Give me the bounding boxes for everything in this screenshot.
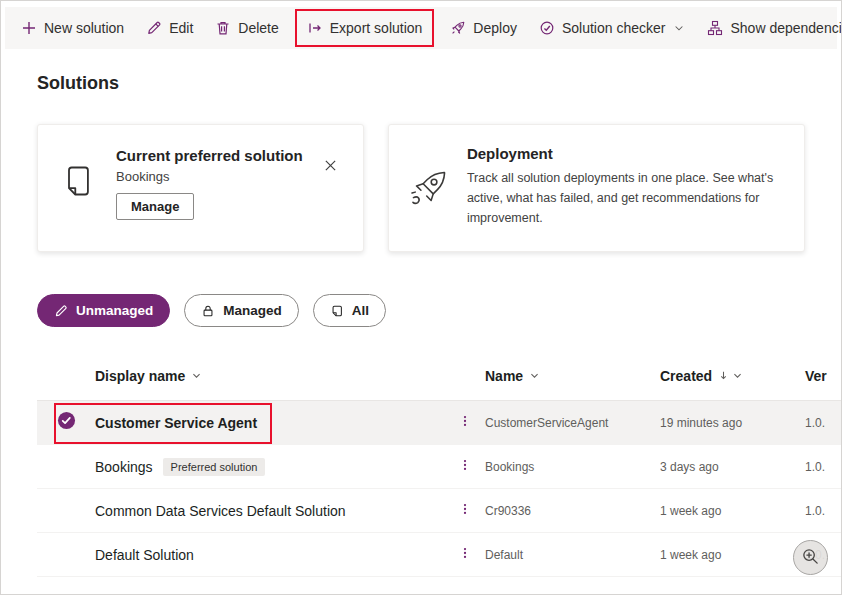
pencil-icon	[54, 304, 68, 318]
filter-managed-label: Managed	[223, 303, 282, 318]
solution-name: Bookings	[485, 460, 660, 474]
table-row[interactable]: Customer Service Agent CustomerServiceAg…	[37, 401, 842, 445]
solution-display-name: Customer Service Agent	[95, 415, 445, 431]
solutions-table: Display name Name Created	[37, 351, 842, 577]
solution-version: 1.0.	[805, 460, 842, 474]
preferred-card-title: Current preferred solution	[116, 147, 303, 164]
deployment-card-description: Track all solution deployments in one pl…	[467, 168, 786, 228]
zoom-button[interactable]	[793, 540, 828, 575]
preferred-card-body: Current preferred solution Bookings Mana…	[116, 147, 303, 229]
filter-unmanaged-label: Unmanaged	[76, 303, 153, 318]
table-row[interactable]: Bookings Preferred solution Bookings 3 d…	[37, 445, 842, 489]
delete-button[interactable]: Delete	[205, 11, 288, 45]
trash-icon	[215, 20, 231, 36]
table-header-row: Display name Name Created	[37, 351, 842, 401]
preferred-solution-badge: Preferred solution	[163, 458, 266, 476]
deploy-button[interactable]: Deploy	[440, 11, 527, 45]
more-actions-button[interactable]	[445, 458, 485, 476]
filter-managed[interactable]: Managed	[184, 294, 299, 327]
deployment-card: Deployment Track all solution deployment…	[388, 124, 805, 252]
edit-label: Edit	[169, 20, 193, 36]
export-solution-label: Export solution	[330, 20, 423, 36]
chevron-down-icon	[529, 370, 540, 381]
column-header-created[interactable]: Created	[660, 368, 805, 384]
table-row[interactable]: Common Data Services Default Solution Cr…	[37, 489, 842, 533]
chevron-down-icon	[673, 22, 685, 34]
solution-display-name: Common Data Services Default Solution	[95, 503, 445, 519]
new-solution-label: New solution	[44, 20, 124, 36]
more-vertical-icon	[458, 546, 472, 564]
close-card-button[interactable]	[322, 157, 339, 177]
more-actions-button[interactable]	[445, 546, 485, 564]
delete-label: Delete	[238, 20, 278, 36]
export-annotation-box: Export solution	[295, 9, 435, 47]
column-header-version[interactable]: Ver	[805, 368, 842, 384]
solution-checker-label: Solution checker	[562, 20, 666, 36]
filter-unmanaged[interactable]: Unmanaged	[37, 294, 170, 327]
sort-descending-icon	[718, 368, 729, 384]
solution-checker-button[interactable]: Solution checker	[529, 11, 696, 45]
solution-checker-icon	[539, 20, 555, 36]
preferred-solution-name: Bookings	[116, 169, 303, 184]
close-icon	[324, 159, 337, 175]
filter-all-label: All	[352, 303, 369, 318]
row-selected-indicator[interactable]	[37, 411, 95, 434]
solution-version: 1.0.	[805, 504, 842, 518]
solution-icon	[60, 163, 96, 229]
page-title: Solutions	[37, 73, 841, 94]
new-solution-button[interactable]: New solution	[11, 11, 134, 45]
filter-all[interactable]: All	[313, 294, 386, 327]
export-icon	[307, 20, 323, 36]
edit-button[interactable]: Edit	[136, 11, 203, 45]
more-actions-button[interactable]	[445, 502, 485, 520]
solutions-icon	[330, 304, 344, 318]
rocket-illustration-icon	[407, 166, 451, 210]
manage-button[interactable]: Manage	[116, 193, 194, 220]
plus-icon	[21, 20, 37, 36]
show-dependencies-button[interactable]: Show dependencies	[697, 11, 842, 45]
info-cards: Current preferred solution Bookings Mana…	[37, 124, 805, 252]
solution-created: 1 week ago	[660, 548, 805, 562]
more-vertical-icon	[458, 502, 472, 520]
chevron-down-icon	[732, 368, 743, 384]
pencil-icon	[146, 20, 162, 36]
solution-display-name: Bookings Preferred solution	[95, 458, 445, 476]
show-dependencies-label: Show dependencies	[730, 20, 842, 36]
solution-filters: Unmanaged Managed All	[37, 294, 841, 327]
column-header-display-name[interactable]: Display name	[95, 368, 445, 384]
column-header-name[interactable]: Name	[485, 368, 660, 384]
deployment-card-body: Deployment Track all solution deployment…	[467, 145, 786, 231]
solution-created: 3 days ago	[660, 460, 805, 474]
deploy-label: Deploy	[473, 20, 517, 36]
chevron-down-icon	[191, 370, 202, 381]
table-row[interactable]: Default Solution Default 1 week ago 1.0.	[37, 533, 842, 577]
solutions-page: New solution Edit Delete Export solution	[0, 0, 842, 595]
check-circle-icon	[57, 411, 76, 434]
solution-name: Default	[485, 548, 660, 562]
more-actions-button[interactable]	[445, 414, 485, 432]
solution-created: 19 minutes ago	[660, 416, 805, 430]
lock-icon	[201, 304, 215, 318]
solution-name: CustomerServiceAgent	[485, 416, 660, 430]
solution-name: Cr90336	[485, 504, 660, 518]
rocket-icon	[450, 20, 466, 36]
preferred-solution-card: Current preferred solution Bookings Mana…	[37, 124, 364, 252]
solution-display-name: Default Solution	[95, 547, 445, 563]
dependencies-icon	[707, 20, 723, 36]
more-vertical-icon	[458, 458, 472, 476]
solution-version: 1.0.	[805, 416, 842, 430]
export-solution-button[interactable]: Export solution	[297, 11, 433, 45]
deployment-card-title: Deployment	[467, 145, 786, 162]
magnifier-icon	[801, 547, 820, 569]
command-bar: New solution Edit Delete Export solution	[5, 7, 837, 49]
solution-created: 1 week ago	[660, 504, 805, 518]
more-vertical-icon	[458, 414, 472, 432]
